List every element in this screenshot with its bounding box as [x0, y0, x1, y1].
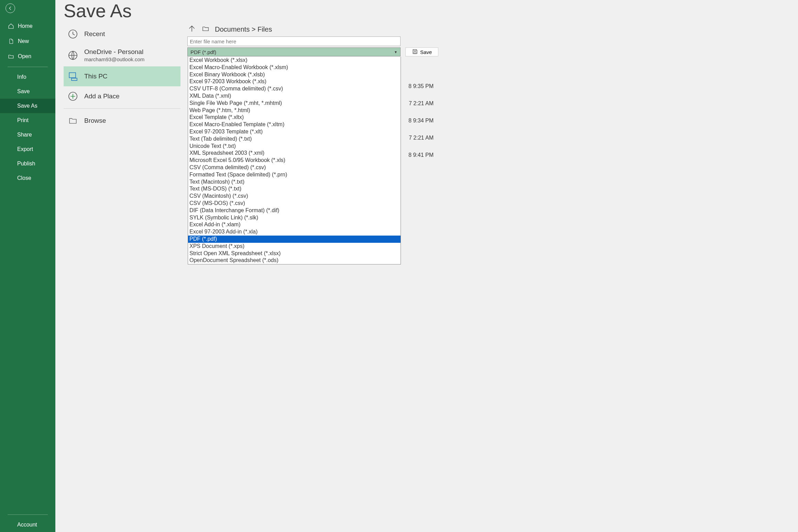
up-arrow-icon[interactable]	[187, 24, 196, 34]
sidebar-item-export[interactable]: Export	[0, 142, 55, 156]
thispc-icon	[67, 70, 79, 82]
location-label: Add a Place	[84, 93, 119, 100]
sidebar-divider	[8, 67, 48, 67]
location-divider	[64, 108, 181, 109]
sidebar-item-label: Save As	[17, 103, 37, 109]
format-option[interactable]: PDF (*.pdf)	[188, 236, 401, 243]
format-option[interactable]: Excel Add-in (*.xlam)	[188, 221, 401, 228]
format-option[interactable]: SYLK (Symbolic Link) (*.slk)	[188, 214, 401, 221]
folder-open-icon	[201, 25, 210, 34]
location-label: This PC	[84, 73, 108, 80]
format-option[interactable]: Formatted Text (Space delimited) (*.prn)	[188, 171, 401, 178]
format-option[interactable]: CSV UTF-8 (Comma delimited) (*.csv)	[188, 85, 401, 93]
format-option[interactable]: XML Data (*.xml)	[188, 93, 401, 100]
format-option[interactable]: XPS Document (*.xps)	[188, 243, 401, 250]
format-select-value: PDF (*.pdf)	[190, 49, 216, 55]
format-option[interactable]: Excel 97-2003 Workbook (*.xls)	[188, 78, 401, 85]
chevron-down-icon: ▼	[394, 50, 397, 54]
folder-open-icon	[8, 53, 14, 60]
format-option[interactable]: Text (Tab delimited) (*.txt)	[188, 135, 401, 143]
format-option[interactable]: Web Page (*.htm, *.html)	[188, 107, 401, 114]
clock-icon	[67, 28, 79, 40]
filename-input[interactable]	[187, 36, 401, 46]
new-file-icon	[8, 38, 14, 45]
svg-rect-5	[414, 52, 416, 53]
sidebar-item-label: Home	[18, 23, 33, 29]
format-option[interactable]: Excel 97-2003 Template (*.xlt)	[188, 128, 401, 135]
breadcrumb-row: Documents > Files	[187, 24, 438, 34]
location-label: OneDrive - Personal	[84, 48, 144, 56]
format-option[interactable]: Excel 97-2003 Add-in (*.xla)	[188, 228, 401, 236]
format-option[interactable]: Text (Macintosh) (*.txt)	[188, 178, 401, 186]
svg-rect-3	[72, 78, 77, 80]
location-label: Recent	[84, 30, 105, 38]
location-label: Browse	[84, 117, 106, 124]
sidebar-item-save[interactable]: Save	[0, 84, 55, 99]
sidebar-item-label: Publish	[17, 161, 35, 167]
sidebar-item-print[interactable]: Print	[0, 113, 55, 128]
format-dropdown[interactable]: Excel Workbook (*.xlsx)Excel Macro-Enabl…	[188, 57, 401, 264]
back-button[interactable]	[6, 3, 15, 13]
save-locations: Recent OneDrive - Personal marcham93@out…	[64, 24, 181, 131]
location-thispc[interactable]: This PC	[64, 66, 181, 86]
sidebar-divider	[8, 514, 48, 515]
svg-rect-2	[69, 73, 76, 78]
location-recent[interactable]: Recent	[64, 24, 181, 44]
format-option[interactable]: Strict Open XML Spreadsheet (*.xlsx)	[188, 250, 401, 257]
format-option[interactable]: Single File Web Page (*.mht, *.mhtml)	[188, 100, 401, 107]
save-button[interactable]: Save	[405, 47, 438, 56]
sidebar-item-label: Print	[17, 117, 29, 123]
format-option[interactable]: Excel Workbook (*.xlsx)	[188, 57, 401, 64]
sidebar-item-publish[interactable]: Publish	[0, 156, 55, 171]
sidebar-item-label: Open	[18, 53, 31, 59]
main-content: Save As Recent OneDrive - Personal march…	[55, 0, 798, 532]
format-option[interactable]: Text (MS-DOS) (*.txt)	[188, 185, 401, 193]
sidebar-item-saveas[interactable]: Save As	[0, 99, 55, 113]
format-option[interactable]: Microsoft Excel 5.0/95 Workbook (*.xls)	[188, 157, 401, 164]
backstage-sidebar: Home New Open Info Save Save As Print Sh…	[0, 0, 55, 532]
breadcrumb[interactable]: Documents > Files	[215, 25, 272, 33]
format-option[interactable]: Excel Binary Workbook (*.xlsb)	[188, 71, 401, 78]
folder-icon	[67, 115, 79, 127]
globe-icon	[67, 50, 79, 61]
format-option[interactable]: Unicode Text (*.txt)	[188, 143, 401, 150]
sidebar-item-home[interactable]: Home	[0, 19, 55, 34]
sidebar-item-label: Account	[17, 522, 37, 528]
sidebar-item-label: Export	[17, 146, 33, 152]
format-option[interactable]: Excel Macro-Enabled Workbook (*.xlsm)	[188, 64, 401, 71]
format-option[interactable]: CSV (Macintosh) (*.csv)	[188, 193, 401, 200]
format-option[interactable]: Excel Macro-Enabled Template (*.xltm)	[188, 121, 401, 128]
sidebar-item-account[interactable]: Account	[0, 518, 55, 532]
location-onedrive[interactable]: OneDrive - Personal marcham93@outlook.co…	[64, 44, 181, 66]
format-option[interactable]: Excel Template (*.xltx)	[188, 114, 401, 121]
sidebar-item-open[interactable]: Open	[0, 49, 55, 64]
sidebar-item-label: Info	[17, 74, 26, 80]
sidebar-item-new[interactable]: New	[0, 34, 55, 49]
sidebar-item-close[interactable]: Close	[0, 171, 55, 185]
format-option[interactable]: DIF (Data Interchange Format) (*.dif)	[188, 207, 401, 214]
format-option[interactable]: CSV (Comma delimited) (*.csv)	[188, 164, 401, 171]
sidebar-item-label: Save	[17, 88, 30, 95]
sidebar-item-label: Share	[17, 132, 32, 138]
save-panel: Documents > Files PDF (*.pdf) ▼ Excel Wo…	[187, 24, 438, 131]
save-icon	[412, 48, 418, 56]
format-option[interactable]: OpenDocument Spreadsheet (*.ods)	[188, 257, 401, 264]
location-sublabel: marcham93@outlook.com	[84, 56, 144, 62]
sidebar-item-label: Close	[17, 175, 31, 181]
sidebar-item-share[interactable]: Share	[0, 128, 55, 142]
add-place-icon	[67, 90, 79, 102]
format-option[interactable]: XML Spreadsheet 2003 (*.xml)	[188, 150, 401, 157]
save-button-label: Save	[420, 49, 432, 55]
location-browse[interactable]: Browse	[64, 111, 181, 131]
sidebar-item-info[interactable]: Info	[0, 70, 55, 84]
location-addplace[interactable]: Add a Place	[64, 86, 181, 106]
page-title: Save As	[64, 0, 798, 24]
format-option[interactable]: CSV (MS-DOS) (*.csv)	[188, 200, 401, 207]
sidebar-item-label: New	[18, 38, 29, 44]
home-icon	[8, 23, 14, 30]
format-select[interactable]: PDF (*.pdf) ▼ Excel Workbook (*.xlsx)Exc…	[187, 47, 401, 56]
